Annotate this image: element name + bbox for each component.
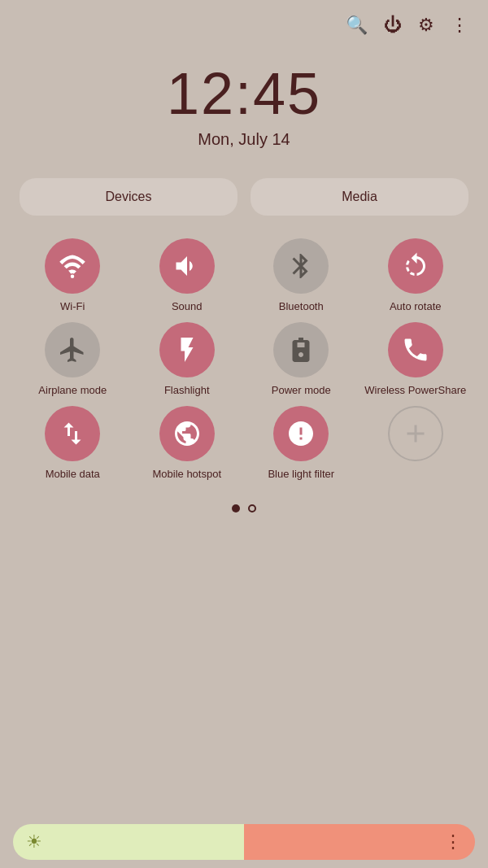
autorotate-label: Auto rotate (390, 300, 442, 314)
clock-time: 12:45 (167, 60, 321, 127)
wirelesspowershare-icon (388, 322, 443, 377)
brightness-icon: ☀ (26, 831, 42, 853)
mobiledata-icon (45, 406, 100, 461)
bluelightfilter-icon (273, 406, 329, 461)
add-icon (388, 406, 443, 461)
mobilehotspot-label: Mobile hotspot (152, 468, 221, 482)
brightness-left[interactable]: ☀ (13, 824, 244, 860)
tile-airplanemode[interactable]: Airplane mode (20, 322, 126, 398)
tile-mobiledata[interactable]: Mobile data (20, 406, 126, 482)
tile-autorotate[interactable]: Auto rotate (363, 238, 469, 314)
tile-add[interactable] (363, 406, 469, 482)
tab-row: Devices Media (20, 178, 468, 216)
wirelesspowershare-label: Wireless PowerShare (364, 384, 466, 398)
tiles-grid: Wi-Fi Sound Bluetooth Auto rotate Airpla… (20, 238, 468, 482)
mobilehotspot-icon (159, 406, 215, 461)
bluetooth-label: Bluetooth (279, 300, 324, 314)
mobiledata-label: Mobile data (46, 468, 100, 482)
wifi-icon (45, 238, 100, 294)
top-bar: 🔍 ⏻ ⚙ ⋮ (0, 0, 488, 36)
devices-tab[interactable]: Devices (20, 178, 237, 216)
autorotate-icon (388, 238, 443, 294)
airplanemode-label: Airplane mode (38, 384, 107, 398)
sound-label: Sound (172, 300, 203, 314)
power-icon[interactable]: ⏻ (384, 15, 402, 36)
more-menu-icon[interactable]: ⋮ (451, 15, 468, 36)
pagination-dot-2 (248, 504, 256, 513)
wifi-label: Wi-Fi (60, 300, 85, 314)
media-tab[interactable]: Media (251, 178, 468, 216)
tile-bluetooth[interactable]: Bluetooth (248, 238, 355, 314)
bottom-more-icon[interactable]: ⋮ (444, 831, 462, 853)
powermode-icon (273, 322, 329, 377)
bluetooth-icon (273, 238, 329, 294)
tile-flashlight[interactable]: Flashlight (134, 322, 241, 398)
tile-sound[interactable]: Sound (134, 238, 241, 314)
bluelightfilter-label: Blue light filter (268, 468, 334, 482)
flashlight-label: Flashlight (164, 384, 210, 398)
search-icon[interactable]: 🔍 (346, 15, 368, 36)
settings-icon[interactable]: ⚙ (418, 15, 434, 36)
powermode-label: Power mode (272, 384, 331, 398)
clock-area: 12:45 Mon, July 14 (0, 60, 488, 149)
bottom-bar: ☀ ⋮ (0, 816, 488, 868)
flashlight-icon (159, 322, 215, 377)
tile-wirelesspowershare[interactable]: Wireless PowerShare (363, 322, 469, 398)
tile-wifi[interactable]: Wi-Fi (20, 238, 126, 314)
sound-icon (159, 238, 215, 294)
airplanemode-icon (45, 322, 100, 377)
tile-powermode[interactable]: Power mode (248, 322, 355, 398)
tile-mobilehotspot[interactable]: Mobile hotspot (134, 406, 241, 482)
pagination (0, 504, 488, 513)
brightness-right[interactable]: ⋮ (244, 824, 475, 860)
clock-date: Mon, July 14 (198, 130, 290, 149)
tile-bluelightfilter[interactable]: Blue light filter (248, 406, 355, 482)
pagination-dot-1 (232, 504, 240, 513)
